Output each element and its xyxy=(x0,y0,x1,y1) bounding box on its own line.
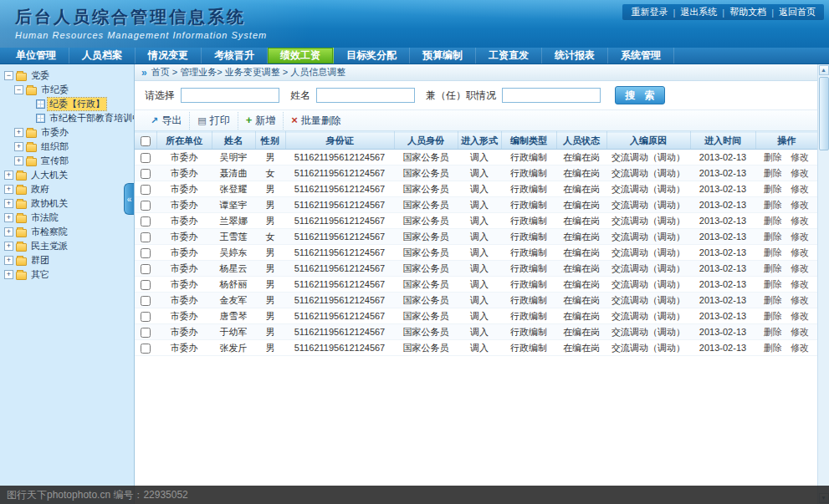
row-checkbox[interactable] xyxy=(141,153,151,163)
delete-link[interactable]: 删除 xyxy=(764,279,782,289)
edit-link[interactable]: 修改 xyxy=(791,343,809,353)
edit-link[interactable]: 修改 xyxy=(791,247,809,257)
tree-label[interactable]: 组织部 xyxy=(39,140,70,153)
delete-link[interactable]: 删除 xyxy=(764,343,782,353)
tree-label[interactable]: 纪委【行政】 xyxy=(48,98,106,110)
delete-link[interactable]: 删除 xyxy=(764,184,782,194)
row-checkbox[interactable] xyxy=(141,344,151,354)
nav-item-6[interactable]: 预算编制 xyxy=(410,48,476,64)
tree-item-12[interactable]: +民主党派 xyxy=(0,239,134,253)
delete-link[interactable]: 删除 xyxy=(764,200,782,210)
row-checkbox[interactable] xyxy=(141,312,151,322)
expand-node-icon[interactable]: + xyxy=(4,227,13,237)
expand-node-icon[interactable]: + xyxy=(4,185,13,194)
tree-item-11[interactable]: +市检察院 xyxy=(0,225,134,239)
tree-label[interactable]: 党委 xyxy=(29,69,51,82)
expand-node-icon[interactable]: + xyxy=(14,128,23,137)
row-checkbox[interactable] xyxy=(141,248,151,258)
nav-item-5[interactable]: 目标奖分配 xyxy=(334,48,410,64)
edit-link[interactable]: 修改 xyxy=(791,200,809,210)
nav-item-4[interactable]: 绩效工资 xyxy=(268,48,334,64)
toolbar-add-button[interactable]: 新增 xyxy=(238,112,284,130)
nav-item-8[interactable]: 统计报表 xyxy=(542,48,608,64)
tree-item-14[interactable]: +其它 xyxy=(0,267,134,282)
tree-item-3[interactable]: 市纪检干部教育培训中心 xyxy=(0,111,134,125)
edit-link[interactable]: 修改 xyxy=(791,279,809,289)
edit-link[interactable]: 修改 xyxy=(791,216,809,226)
nav-item-1[interactable]: 人员档案 xyxy=(69,48,136,64)
tree-item-10[interactable]: +市法院 xyxy=(0,211,134,225)
edit-link[interactable]: 修改 xyxy=(791,184,809,194)
tree-label[interactable]: 人大机关 xyxy=(29,169,69,181)
tree-item-0[interactable]: −党委 xyxy=(0,69,134,83)
edit-link[interactable]: 修改 xyxy=(791,263,809,273)
nav-item-3[interactable]: 考核晋升 xyxy=(202,48,268,64)
nav-item-7[interactable]: 工资直发 xyxy=(476,48,542,64)
tree-item-13[interactable]: +群团 xyxy=(0,253,134,267)
tree-label[interactable]: 民主党派 xyxy=(29,240,69,252)
nav-item-9[interactable]: 系统管理 xyxy=(608,48,674,64)
tree-label[interactable]: 市检察院 xyxy=(29,226,69,238)
header-link-3[interactable]: 返回首页 xyxy=(779,6,816,18)
tree-item-4[interactable]: +市委办 xyxy=(0,125,134,140)
tree-item-6[interactable]: +宣传部 xyxy=(0,154,134,168)
expand-node-icon[interactable]: + xyxy=(4,199,13,208)
tree-label[interactable]: 市委办 xyxy=(39,126,70,139)
toolbar-print-button[interactable]: 打印 xyxy=(190,112,238,130)
tree-item-7[interactable]: +人大机关 xyxy=(0,168,134,182)
toolbar-export-button[interactable]: 导出 xyxy=(143,112,190,130)
tree-label[interactable]: 宣传部 xyxy=(39,155,70,167)
edit-link[interactable]: 修改 xyxy=(791,311,809,321)
scrollbar-thumb[interactable] xyxy=(819,77,829,150)
tree-item-9[interactable]: +政协机关 xyxy=(0,196,134,211)
vertical-scrollbar[interactable]: ▲ ▼ xyxy=(817,64,829,504)
tree-label[interactable]: 市纪委 xyxy=(39,84,70,96)
tree-item-1[interactable]: −市纪委 xyxy=(0,83,134,97)
edit-link[interactable]: 修改 xyxy=(791,152,809,162)
tree-label[interactable]: 政府 xyxy=(29,183,51,196)
header-link-0[interactable]: 重新登录 xyxy=(631,6,668,18)
expand-node-icon[interactable]: + xyxy=(4,213,13,222)
delete-link[interactable]: 删除 xyxy=(764,263,782,273)
select-all-checkbox[interactable] xyxy=(141,136,151,146)
row-checkbox[interactable] xyxy=(141,280,151,290)
sidebar-collapse-handle[interactable]: « xyxy=(124,183,134,215)
delete-link[interactable]: 删除 xyxy=(764,232,782,242)
tree-item-5[interactable]: +组织部 xyxy=(0,140,134,154)
edit-link[interactable]: 修改 xyxy=(791,168,809,178)
delete-link[interactable]: 删除 xyxy=(764,311,782,321)
expand-node-icon[interactable]: + xyxy=(4,270,13,279)
delete-link[interactable]: 删除 xyxy=(764,247,782,257)
edit-link[interactable]: 修改 xyxy=(791,232,809,242)
tree-label[interactable]: 其它 xyxy=(29,268,51,281)
delete-link[interactable]: 删除 xyxy=(764,152,782,162)
parttime-input[interactable] xyxy=(502,88,601,103)
row-checkbox[interactable] xyxy=(141,264,151,274)
name-input[interactable] xyxy=(316,88,415,103)
collapse-node-icon[interactable]: − xyxy=(14,85,23,94)
expand-node-icon[interactable]: + xyxy=(4,242,13,251)
select-input[interactable] xyxy=(181,88,279,103)
row-checkbox[interactable] xyxy=(141,232,151,242)
expand-node-icon[interactable]: + xyxy=(4,171,13,180)
header-link-1[interactable]: 退出系统 xyxy=(680,6,717,18)
edit-link[interactable]: 修改 xyxy=(791,295,809,305)
tree-label[interactable]: 市法院 xyxy=(29,211,60,224)
scroll-up-icon[interactable]: ▲ xyxy=(819,65,829,75)
expand-node-icon[interactable]: + xyxy=(14,156,23,165)
nav-item-0[interactable]: 单位管理 xyxy=(3,48,69,64)
row-checkbox[interactable] xyxy=(141,185,151,195)
tree-label[interactable]: 群团 xyxy=(29,254,51,267)
delete-link[interactable]: 删除 xyxy=(764,327,782,337)
expand-node-icon[interactable]: + xyxy=(14,142,23,151)
search-button[interactable]: 搜 索 xyxy=(615,86,665,104)
tree-label[interactable]: 政协机关 xyxy=(29,197,69,210)
nav-item-2[interactable]: 情况变更 xyxy=(136,48,202,64)
expand-node-icon[interactable]: + xyxy=(4,256,13,265)
delete-link[interactable]: 删除 xyxy=(764,216,782,226)
tree-item-8[interactable]: +政府 xyxy=(0,182,134,196)
edit-link[interactable]: 修改 xyxy=(791,327,809,337)
row-checkbox[interactable] xyxy=(141,169,151,179)
row-checkbox[interactable] xyxy=(141,201,151,211)
tree-label[interactable]: 市纪检干部教育培训中心 xyxy=(48,112,135,125)
